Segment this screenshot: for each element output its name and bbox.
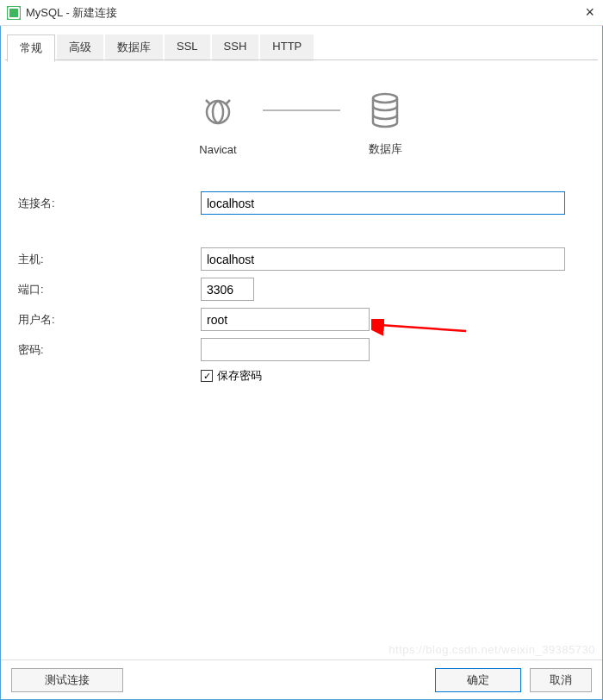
label-port: 端口: xyxy=(16,282,201,297)
tab-general[interactable]: 常规 xyxy=(7,34,55,62)
row-save-password: ✓ 保存密码 xyxy=(201,368,587,384)
diagram-database: 数据库 xyxy=(366,91,404,157)
dialog-body: 常规 高级 数据库 SSL SSH HTTP Navicat xyxy=(0,26,603,700)
tab-http[interactable]: HTTP xyxy=(260,34,314,61)
diagram-connector-line xyxy=(263,109,340,111)
label-password: 密码: xyxy=(16,342,201,358)
row-host: 主机: xyxy=(16,247,587,271)
tab-ssl[interactable]: SSL xyxy=(165,34,210,61)
row-username: 用户名: xyxy=(16,308,587,331)
checkbox-save-password[interactable]: ✓ xyxy=(201,370,213,382)
label-save-password: 保存密码 xyxy=(217,368,262,384)
input-host[interactable] xyxy=(201,247,565,271)
connection-diagram: Navicat 数据库 xyxy=(16,91,587,157)
database-icon xyxy=(366,91,404,129)
label-host: 主机: xyxy=(16,252,201,267)
tabs: 常规 高级 数据库 SSL SSH HTTP xyxy=(7,34,600,61)
test-connection-button[interactable]: 测试连接 xyxy=(11,668,123,692)
tab-content: Navicat 数据库 连接名: 主机: xyxy=(3,61,600,384)
tab-database[interactable]: 数据库 xyxy=(105,34,163,61)
app-icon xyxy=(7,6,21,20)
titlebar: MySQL - 新建连接 × xyxy=(0,0,603,26)
close-icon[interactable]: × xyxy=(585,3,594,22)
button-bar: 测试连接 确定 取消 xyxy=(1,659,602,699)
diagram-navicat-label: Navicat xyxy=(199,143,237,156)
input-password[interactable] xyxy=(201,338,370,361)
svg-point-1 xyxy=(373,94,397,103)
diagram-navicat: Navicat xyxy=(199,93,237,156)
diagram-database-label: 数据库 xyxy=(366,141,404,157)
watermark: https://blog.csdn.net/weixin_39385730 xyxy=(389,643,595,656)
row-port: 端口: xyxy=(16,278,587,301)
input-port[interactable] xyxy=(201,278,254,301)
label-username: 用户名: xyxy=(16,312,201,328)
input-connection-name[interactable] xyxy=(201,191,565,215)
tab-ssh[interactable]: SSH xyxy=(212,34,259,61)
cancel-button[interactable]: 取消 xyxy=(530,668,592,692)
input-username[interactable] xyxy=(201,308,370,331)
ok-button[interactable]: 确定 xyxy=(435,668,521,692)
window-title: MySQL - 新建连接 xyxy=(26,5,117,21)
navicat-icon xyxy=(199,93,237,131)
label-connection-name: 连接名: xyxy=(16,196,201,211)
row-connection-name: 连接名: xyxy=(16,191,587,215)
tab-underline xyxy=(5,59,598,60)
tab-advanced[interactable]: 高级 xyxy=(57,34,103,61)
row-password: 密码: xyxy=(16,338,587,361)
